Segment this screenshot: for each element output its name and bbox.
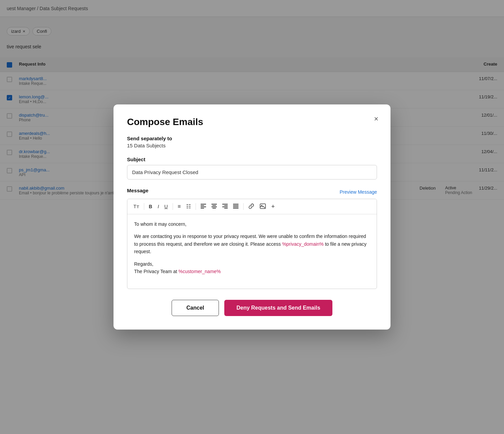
message-label: Message (127, 188, 148, 193)
modal-footer: Cancel Deny Requests and Send Emails (127, 300, 377, 316)
toolbar-separator (173, 203, 173, 210)
send-separately-label: Send separately to (127, 136, 377, 141)
message-line-body: We are contacting you in response to you… (134, 233, 370, 255)
toolbar-image-button[interactable] (258, 202, 268, 211)
subject-input[interactable] (127, 165, 377, 179)
modal-title: Compose Emails (127, 117, 377, 127)
message-editor: Tᴛ B I U ≡ ☷ (127, 199, 377, 289)
toolbar-bold-button[interactable]: B (147, 203, 154, 210)
svg-rect-6 (211, 207, 217, 207)
toolbar-underline-button[interactable]: U (162, 203, 170, 210)
svg-rect-7 (212, 208, 216, 209)
svg-rect-14 (233, 207, 238, 207)
svg-rect-5 (212, 205, 216, 206)
svg-rect-12 (233, 204, 238, 204)
svg-rect-10 (222, 207, 228, 207)
svg-rect-15 (233, 208, 238, 209)
message-header: Message Preview Message (127, 188, 377, 196)
svg-rect-2 (201, 207, 206, 207)
svg-rect-13 (233, 205, 238, 206)
recipients-count: 15 Data Subjects (127, 143, 377, 148)
toolbar-italic-button[interactable]: I (156, 203, 161, 210)
toolbar-plus-button[interactable]: + (269, 202, 277, 211)
editor-toolbar: Tᴛ B I U ≡ ☷ (127, 199, 377, 214)
svg-rect-9 (224, 205, 228, 206)
svg-rect-1 (201, 205, 204, 206)
toolbar-separator (144, 203, 144, 210)
svg-rect-0 (201, 204, 206, 204)
message-line-regards: Regards, The Privacy Team at %customer_n… (134, 260, 370, 275)
toolbar-align-right-button[interactable] (220, 202, 230, 211)
message-body[interactable]: To whom it may concern, We are contactin… (127, 214, 377, 289)
toolbar-bullet-list-button[interactable]: ≡ (176, 202, 183, 211)
template-var-customer-name: %customer_name% (178, 269, 221, 274)
toolbar-separator (243, 203, 244, 210)
toolbar-ordered-list-button[interactable]: ☷ (184, 202, 193, 211)
template-var-privacy-domain: %privacy_domain% (282, 241, 324, 247)
toolbar-align-center-button[interactable] (209, 202, 219, 211)
compose-emails-modal: Compose Emails × Send separately to 15 D… (114, 104, 390, 330)
svg-rect-11 (224, 208, 228, 209)
deny-requests-send-emails-button[interactable]: Deny Requests and Send Emails (224, 300, 332, 316)
toolbar-text-type[interactable]: Tᴛ (131, 203, 141, 210)
modal-overlay: Compose Emails × Send separately to 15 D… (0, 0, 504, 434)
svg-rect-3 (201, 208, 204, 209)
preview-message-link[interactable]: Preview Message (340, 189, 377, 195)
subject-label: Subject (127, 156, 377, 162)
message-line-greeting: To whom it may concern, (134, 220, 370, 228)
svg-rect-4 (211, 204, 217, 204)
close-button[interactable]: × (373, 114, 380, 124)
cancel-button[interactable]: Cancel (172, 300, 219, 316)
toolbar-align-justify-button[interactable] (231, 202, 241, 211)
svg-rect-8 (222, 204, 228, 204)
toolbar-separator (196, 203, 196, 210)
toolbar-link-button[interactable] (246, 202, 256, 211)
toolbar-align-left-button[interactable] (199, 202, 208, 211)
